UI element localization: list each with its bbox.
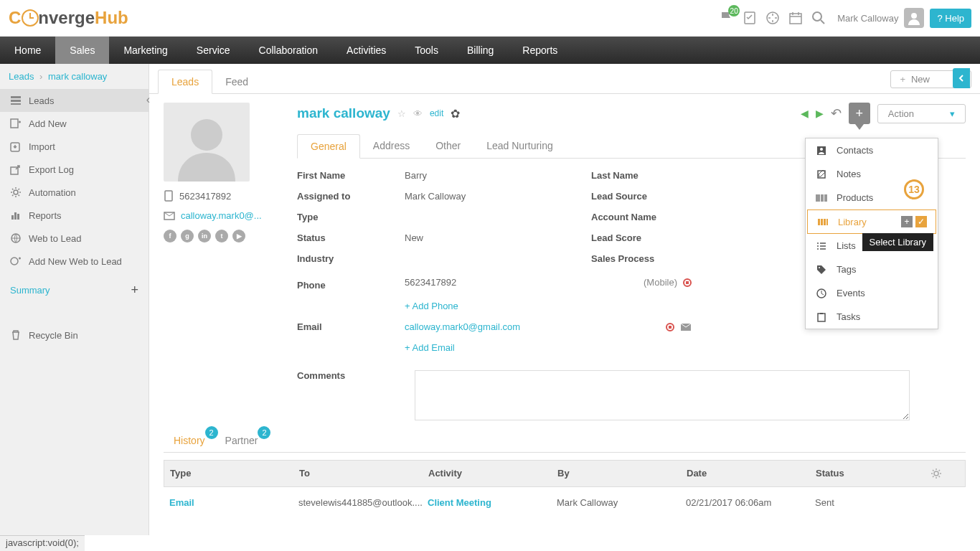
- primary-indicator-icon[interactable]: [683, 278, 692, 287]
- row-date: 02/21/2017 06:06am: [686, 497, 815, 508]
- industry-value[interactable]: [405, 253, 591, 264]
- add-related-button[interactable]: +: [849, 103, 870, 124]
- sidebar-item-export[interactable]: Export Log: [0, 158, 149, 181]
- svg-rect-5: [11, 96, 21, 98]
- profile-image[interactable]: [164, 103, 250, 182]
- help-button[interactable]: ? Help: [930, 9, 971, 28]
- primary-indicator-icon[interactable]: [666, 323, 674, 331]
- youtube-icon[interactable]: ▶: [232, 230, 245, 242]
- sidebar-item-import[interactable]: Import: [0, 135, 149, 158]
- flag-icon[interactable]: 20: [718, 9, 735, 27]
- nav-activities[interactable]: Activities: [332, 37, 400, 64]
- table-row[interactable]: Email stevelewis441885@outlook.... Clien…: [164, 487, 966, 518]
- library-icon: [816, 217, 829, 227]
- svg-point-21: [934, 471, 938, 476]
- bottom-tab-partner[interactable]: Partner 2: [215, 429, 268, 452]
- content-tab-leads[interactable]: Leads: [158, 70, 212, 94]
- twitter-icon[interactable]: t: [215, 230, 228, 242]
- watch-icon[interactable]: 👁: [413, 108, 423, 119]
- type-value[interactable]: [405, 212, 591, 222]
- status-label: Status: [297, 232, 405, 243]
- action-dropdown[interactable]: Action ▾: [877, 104, 966, 123]
- bottom-tab-history[interactable]: History 2: [164, 429, 215, 452]
- sidebar-item-webtolead[interactable]: Web to Lead: [0, 227, 149, 250]
- add-menu-library[interactable]: Library + ✓: [807, 209, 936, 234]
- sidebar-label: Recycle Bin: [29, 330, 78, 341]
- linkedin-icon[interactable]: in: [198, 230, 211, 242]
- industry-label: Industry: [297, 253, 405, 264]
- nav-collaboration[interactable]: Collaboration: [245, 37, 333, 64]
- sub-tab-nurturing[interactable]: Lead Nurturing: [473, 134, 566, 158]
- collapse-button[interactable]: [953, 68, 970, 88]
- sidebar-item-addwebtolead[interactable]: Add New Web to Lead: [0, 250, 149, 273]
- col-status[interactable]: Status: [816, 468, 930, 479]
- undo-icon[interactable]: ↶: [831, 105, 842, 121]
- first-name-value[interactable]: Barry: [405, 170, 591, 181]
- facebook-icon[interactable]: f: [164, 230, 176, 242]
- sub-tab-general[interactable]: General: [297, 134, 360, 159]
- user-name[interactable]: Mark Calloway: [837, 13, 898, 24]
- nav-service[interactable]: Service: [182, 37, 245, 64]
- gear-icon[interactable]: [930, 468, 959, 479]
- status-value[interactable]: New: [405, 232, 591, 243]
- profile-email[interactable]: calloway.mark0@...: [164, 210, 286, 221]
- col-by[interactable]: By: [557, 468, 687, 479]
- flower-icon[interactable]: ✿: [451, 107, 460, 121]
- col-date[interactable]: Date: [687, 468, 816, 479]
- breadcrumb: Leads › mark calloway: [0, 64, 149, 89]
- add-email-link[interactable]: + Add Email: [405, 342, 455, 353]
- nav-marketing[interactable]: Marketing: [109, 37, 182, 64]
- chevron-left-icon[interactable]: ‹: [146, 93, 150, 106]
- library-add-icon[interactable]: +: [901, 216, 913, 227]
- target-icon[interactable]: [764, 9, 781, 27]
- trash-icon: [10, 329, 22, 341]
- sidebar-item-reports[interactable]: Reports: [0, 204, 149, 227]
- col-activity[interactable]: Activity: [428, 468, 557, 479]
- calendar-icon[interactable]: [787, 9, 804, 27]
- add-menu-contacts[interactable]: Contacts: [806, 138, 938, 162]
- sidebar-item-addnew[interactable]: Add New: [0, 112, 149, 135]
- email-value[interactable]: calloway.mark0@gmail.com: [405, 321, 520, 332]
- breadcrumb-root[interactable]: Leads: [9, 71, 34, 82]
- add-menu-tasks[interactable]: Tasks: [806, 305, 938, 329]
- sidebar-item-leads[interactable]: Leads: [0, 89, 149, 112]
- breadcrumb-current[interactable]: mark calloway: [48, 71, 107, 82]
- star-icon[interactable]: ☆: [397, 108, 406, 119]
- svg-point-17: [191, 119, 222, 151]
- row-activity[interactable]: Client Meeting: [428, 497, 557, 508]
- add-menu-tags[interactable]: Tags: [806, 258, 938, 281]
- row-type[interactable]: Email: [169, 497, 298, 508]
- nav-billing[interactable]: Billing: [453, 37, 508, 64]
- col-type[interactable]: Type: [170, 468, 299, 479]
- nav-tools[interactable]: Tools: [400, 37, 453, 64]
- add-menu-events[interactable]: Events: [806, 281, 938, 305]
- library-select-icon[interactable]: ✓: [915, 216, 927, 227]
- edit-link[interactable]: edit: [430, 108, 443, 118]
- add-phone-link[interactable]: + Add Phone: [405, 301, 458, 311]
- search-icon[interactable]: [810, 9, 827, 27]
- logo[interactable]: C nverge Hub: [9, 8, 128, 28]
- sub-tab-address[interactable]: Address: [360, 134, 423, 158]
- sidebar-item-automation[interactable]: Automation: [0, 181, 149, 204]
- prev-arrow-icon[interactable]: ◀: [801, 108, 809, 119]
- logo-text-hub: Hub: [95, 8, 128, 28]
- nav-reports[interactable]: Reports: [508, 37, 572, 64]
- avatar-icon[interactable]: [904, 8, 924, 28]
- mail-icon[interactable]: [680, 323, 692, 331]
- nav-home[interactable]: Home: [0, 37, 55, 64]
- comments-textarea[interactable]: [415, 370, 910, 420]
- assigned-to-value[interactable]: Mark Calloway: [405, 191, 591, 202]
- next-arrow-icon[interactable]: ▶: [816, 108, 824, 119]
- sidebar-item-recycle[interactable]: Recycle Bin: [0, 324, 149, 347]
- col-to[interactable]: To: [299, 468, 428, 479]
- summary-label[interactable]: Summary: [10, 285, 50, 296]
- google-icon[interactable]: g: [181, 230, 194, 242]
- clipboard-icon[interactable]: [741, 9, 758, 27]
- phone-value[interactable]: 5623417892: [405, 277, 456, 288]
- plus-icon[interactable]: +: [131, 283, 138, 298]
- content-tab-feed[interactable]: Feed: [212, 70, 261, 93]
- notes-icon: [815, 169, 828, 179]
- sidebar-label: Add New: [29, 118, 67, 129]
- sub-tab-other[interactable]: Other: [423, 134, 473, 158]
- nav-sales[interactable]: Sales: [55, 37, 109, 64]
